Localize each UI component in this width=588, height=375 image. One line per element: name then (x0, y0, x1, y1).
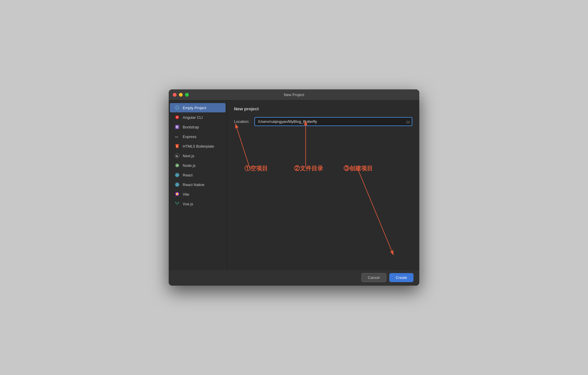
close-button[interactable] (173, 93, 177, 97)
svg-marker-25 (176, 203, 178, 205)
vite-label: Vite (183, 192, 189, 197)
location-input-wrapper: 🗂 (254, 117, 412, 126)
sidebar-item-vite[interactable]: Vite (170, 190, 226, 199)
bootstrap-icon: B (175, 124, 180, 130)
minimize-button[interactable] (179, 93, 183, 97)
nextjs-icon: N (175, 153, 180, 158)
sidebar-item-bootstrap[interactable]: BBootstrap (170, 122, 226, 132)
express-icon: ex (175, 134, 180, 139)
create-button[interactable]: Create (389, 273, 413, 282)
empty-project-label: Empty Project (183, 106, 206, 110)
location-input[interactable] (254, 117, 412, 126)
sidebar-item-nodejs[interactable]: JSNode.js (170, 161, 226, 170)
main-panel: New project Location: 🗂 (227, 100, 419, 269)
angular-cli-icon (175, 115, 180, 120)
sidebar-item-vuejs[interactable]: Vue.js (170, 199, 226, 208)
sidebar-item-express[interactable]: exExpress (170, 132, 226, 141)
window-title: New Project (284, 93, 304, 97)
svg-text:N: N (176, 155, 178, 158)
react-icon (175, 172, 180, 178)
nextjs-label: Next.js (183, 154, 194, 158)
window-controls (173, 93, 189, 97)
svg-text:JS: JS (176, 164, 179, 167)
nodejs-icon: JS (175, 163, 180, 168)
angular-cli-label: Angular CLI (183, 115, 203, 120)
annotation-3: ③创建项目 (344, 164, 373, 172)
sidebar-item-empty-project[interactable]: Empty Project (170, 103, 226, 112)
sidebar-item-angular-cli[interactable]: Angular CLI (170, 113, 226, 122)
cancel-button[interactable]: Cancel (361, 273, 386, 282)
maximize-button[interactable] (185, 93, 189, 97)
empty-project-icon (175, 105, 180, 110)
react-native-label: React Native (183, 183, 204, 187)
nodejs-label: Node.js (183, 163, 196, 168)
svg-text:ex: ex (175, 135, 178, 138)
html5-boilerplate-icon: 5 (175, 144, 180, 149)
sidebar-item-html5-boilerplate[interactable]: 5HTML5 Boilerplate (170, 141, 226, 151)
svg-text:B: B (176, 125, 178, 129)
express-label: Express (183, 135, 196, 139)
sidebar-item-react-native[interactable]: React Native (170, 180, 226, 189)
react-label: React (183, 173, 193, 177)
svg-point-21 (177, 184, 178, 185)
svg-point-17 (177, 175, 178, 176)
location-row: Location: 🗂 (234, 117, 412, 126)
panel-title: New project (234, 106, 412, 111)
dialog-footer: Cancel Create (169, 269, 419, 286)
browse-folder-icon[interactable]: 🗂 (406, 119, 410, 124)
new-project-dialog: New Project Empty ProjectAngular CLIBBoo… (169, 89, 419, 286)
annotation-1: ①空项目 (244, 164, 268, 172)
react-native-icon (175, 182, 180, 187)
vuejs-label: Vue.js (183, 202, 193, 206)
location-label: Location: (234, 119, 251, 124)
svg-line-26 (236, 125, 250, 170)
vite-icon (175, 192, 180, 197)
annotation-2: ②文件目录 (294, 164, 323, 172)
svg-line-28 (358, 170, 393, 254)
svg-text:5: 5 (176, 145, 178, 148)
sidebar-item-react[interactable]: React (170, 170, 226, 180)
bootstrap-label: Bootstrap (183, 125, 199, 129)
titlebar: New Project (169, 89, 419, 100)
html5-boilerplate-label: HTML5 Boilerplate (183, 144, 214, 148)
vuejs-icon (175, 201, 180, 206)
dialog-body: Empty ProjectAngular CLIBBootstrapexExpr… (169, 100, 419, 269)
sidebar-item-nextjs[interactable]: NNext.js (170, 151, 226, 160)
project-type-sidebar: Empty ProjectAngular CLIBBootstrapexExpr… (169, 100, 227, 269)
